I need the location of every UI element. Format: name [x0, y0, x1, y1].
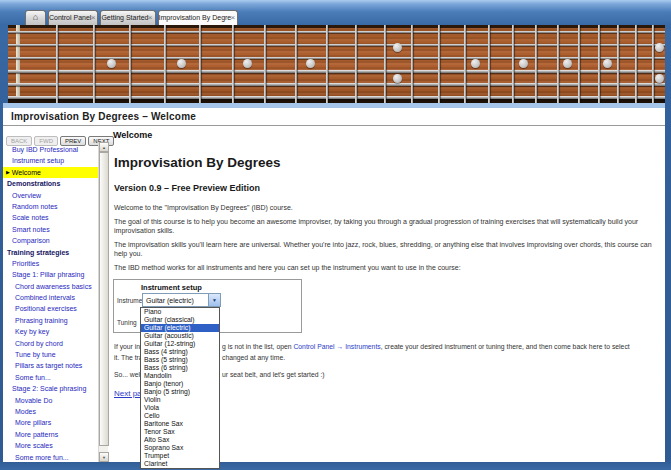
paragraph-goal: The goal of this course is to help you b…	[114, 217, 665, 235]
text-fragment: g is not in the list, open Control Panel…	[222, 343, 630, 350]
guitar-string	[8, 31, 665, 33]
tab[interactable]: Improvisation By Degre ×	[158, 10, 239, 25]
sidebar-item-label: Comparison	[12, 237, 50, 244]
guitar-string	[8, 44, 665, 46]
dropdown-item[interactable]: Piano	[141, 308, 219, 316]
fret	[355, 25, 357, 103]
sidebar-item[interactable]: ▶Comparison	[3, 235, 98, 246]
sidebar-item-label: Training strategies	[7, 249, 69, 256]
sidebar-item: ▶Demonstrations	[3, 178, 98, 189]
text-fragment: changed at any time.	[222, 354, 285, 361]
sidebar-item-label: Pillars as target notes	[15, 362, 82, 369]
sidebar-item[interactable]: ▶Combined intervals	[3, 292, 98, 303]
sidebar-item[interactable]: ▶Random notes	[3, 201, 98, 212]
home-icon: ⌂	[33, 12, 38, 22]
tab-close-icon[interactable]: ×	[148, 11, 153, 24]
sidebar-item[interactable]: ▶Scale notes	[3, 212, 98, 223]
sidebar-item-label: Phrasing training	[15, 317, 68, 324]
scroll-down-icon: ▼	[102, 455, 106, 460]
dropdown-item[interactable]: Guitar (12-string)	[141, 340, 219, 348]
tab-home[interactable]: ⌂	[25, 10, 46, 25]
fret-marker-dot	[471, 59, 480, 68]
dropdown-item[interactable]: Alto Sax	[141, 436, 219, 444]
sidebar-item[interactable]: ▶More patterns	[3, 429, 98, 440]
fret	[488, 25, 490, 103]
sidebar-item[interactable]: ▶Welcome	[3, 167, 98, 178]
sidebar-item[interactable]: ▶Pillars as target notes	[3, 360, 98, 371]
fret	[617, 25, 619, 103]
instrument-select[interactable]: Guitar (electric) ▼	[142, 293, 221, 307]
fret-marker-dot	[603, 59, 612, 68]
fret-marker-dot	[243, 59, 252, 68]
dropdown-item[interactable]: Bass (6 string)	[141, 364, 219, 372]
sidebar-item[interactable]: ▶Instrument setup	[3, 155, 98, 166]
dropdown-item[interactable]: Bass (4 string)	[141, 348, 219, 356]
sidebar-item[interactable]: ▶Movable Do	[3, 395, 98, 406]
sidebar-item[interactable]: ▶Key by key	[3, 326, 98, 337]
control-panel-instruments-link[interactable]: Control Panel → Instruments	[293, 343, 380, 350]
sidebar-item: ▶Training strategies	[3, 247, 98, 258]
tab[interactable]: Getting Started ×	[100, 10, 155, 25]
sidebar-item[interactable]: ▶Smart notes	[3, 224, 98, 235]
tab[interactable]: Control Panel ×	[48, 10, 98, 25]
sidebar-item[interactable]: ▶Chord by chord	[3, 338, 98, 349]
selected-arrow-icon: ▶	[6, 169, 10, 175]
fret	[264, 25, 266, 103]
fret-marker-dot	[655, 43, 664, 52]
sidebar-item[interactable]: ▶Overview	[3, 190, 98, 201]
dropdown-item[interactable]: Cello	[141, 412, 219, 420]
dropdown-item[interactable]: Violin	[141, 396, 219, 404]
fretboard[interactable]	[8, 25, 665, 103]
sidebar-item[interactable]: ▶Some more fun...	[3, 452, 98, 462]
dropdown-item[interactable]: Soprano Sax	[141, 444, 219, 452]
select-arrow-button[interactable]: ▼	[208, 294, 220, 306]
fret-marker-dot	[306, 59, 315, 68]
fret	[464, 25, 466, 103]
dropdown-item[interactable]: Banjo (5 string)	[141, 388, 219, 396]
sidebar-item[interactable]: ▶Stage 2: Scale phrasing	[3, 383, 98, 394]
dropdown-item[interactable]: Guitar (classical)	[141, 316, 219, 324]
sidebar-scrollbar[interactable]: ▲ ▼	[98, 142, 108, 462]
sidebar-item[interactable]: ▶More scales	[3, 440, 98, 451]
fret	[199, 25, 201, 103]
sidebar-item-label: More scales	[15, 442, 53, 449]
sidebar-item[interactable]: ▶Phrasing training	[3, 315, 98, 326]
dropdown-item[interactable]: Banjo (tenor)	[141, 380, 219, 388]
tab-close-icon[interactable]: ×	[91, 11, 96, 24]
version-heading: Version 0.9 – Free Preview Edition	[114, 183, 260, 193]
sidebar-item-label: Buy IBD Professional	[12, 146, 78, 153]
dropdown-item[interactable]: Clarinet	[141, 460, 219, 468]
dropdown-item[interactable]: Trumpet	[141, 452, 219, 460]
dropdown-item[interactable]: Bass (5 string)	[141, 356, 219, 364]
sidebar-item-label: Priorities	[12, 260, 39, 267]
dropdown-item[interactable]: Guitar (electric)	[141, 324, 219, 332]
paragraph-welcome: Welcome to the "Improvisation By Degrees…	[114, 203, 665, 212]
sidebar-item[interactable]: ▶Positional exercises	[3, 303, 98, 314]
fret-marker-dot	[563, 59, 572, 68]
sidebar-item[interactable]: ▶Tune by tune	[3, 349, 98, 360]
text-fragment: , create your desired instrument or tuni…	[381, 343, 630, 350]
sidebar-item[interactable]: ▶Stage 1: Pillar phrasing	[3, 269, 98, 280]
sidebar-item[interactable]: ▶Chord awareness basics	[3, 281, 98, 292]
tab-close-icon[interactable]: ×	[231, 11, 236, 24]
fret-marker-dot	[177, 59, 186, 68]
sidebar-item[interactable]: ▶Buy IBD Professional	[3, 144, 98, 155]
sidebar-item[interactable]: ▶More pillars	[3, 417, 98, 428]
sidebar-item-label: Stage 2: Scale phrasing	[12, 385, 86, 392]
fretboard-nut	[16, 25, 20, 103]
fret	[129, 25, 131, 103]
dropdown-item[interactable]: Tenor Sax	[141, 428, 219, 436]
sidebar-item[interactable]: ▶Some fun...	[3, 372, 98, 383]
sidebar-item[interactable]: ▶Priorities	[3, 258, 98, 269]
sidebar-item[interactable]: ▶Modes	[3, 406, 98, 417]
sidebar-item-label: Stage 1: Pillar phrasing	[12, 271, 84, 278]
sidebar-item-label: Some fun...	[15, 374, 51, 381]
fret	[578, 25, 580, 103]
fret	[535, 25, 537, 103]
sidebar-item-label: Smart notes	[12, 226, 50, 233]
dropdown-item[interactable]: Guitar (acoustic)	[141, 332, 219, 340]
dropdown-item[interactable]: Baritone Sax	[141, 420, 219, 428]
dropdown-item[interactable]: Viola	[141, 404, 219, 412]
dropdown-item[interactable]: Mandolin	[141, 372, 219, 380]
fret	[232, 25, 234, 103]
